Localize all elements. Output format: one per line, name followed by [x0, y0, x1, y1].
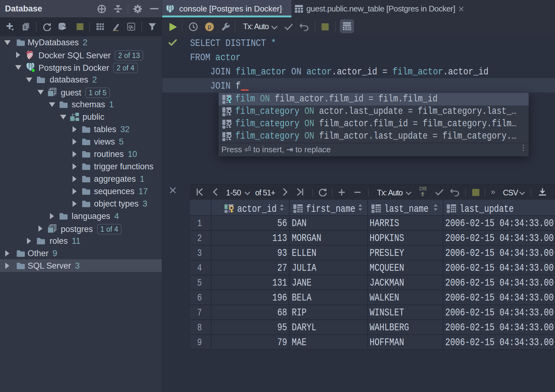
svg-text:QL: QL: [129, 25, 134, 29]
svg-text:p: p: [207, 24, 211, 31]
